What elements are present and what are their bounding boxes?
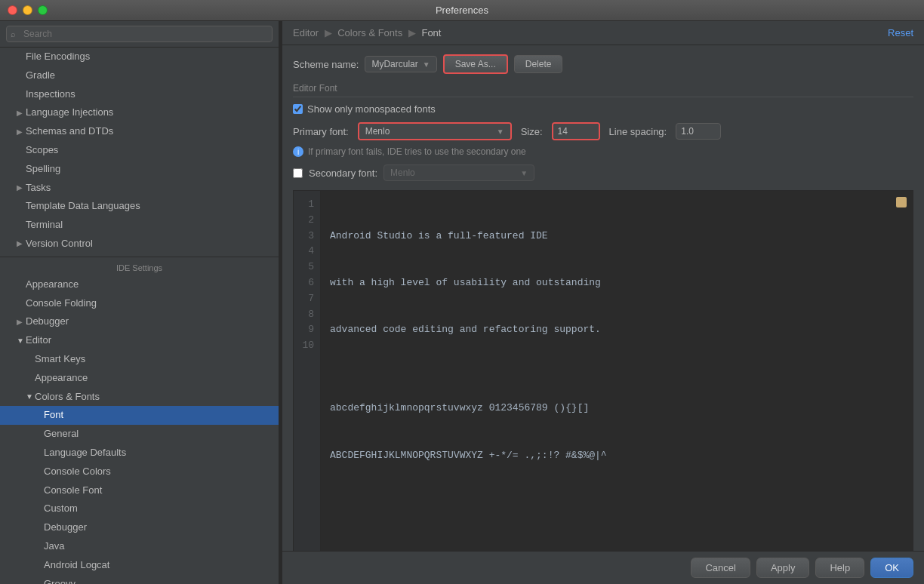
sidebar-item-console-folding[interactable]: Console Folding — [0, 294, 279, 313]
search-input[interactable] — [6, 26, 273, 42]
scheme-row: Scheme name: MyDarcular ▼ Save As... Del… — [293, 54, 913, 74]
cancel-button[interactable]: Cancel — [691, 558, 750, 578]
sidebar-item-android-logcat[interactable]: Android Logcat — [0, 556, 279, 575]
sidebar-item-label: Appearance — [26, 277, 79, 293]
monospaced-checkbox[interactable] — [293, 104, 303, 114]
window-controls[interactable] — [8, 5, 48, 15]
search-icon: ⌕ — [11, 29, 16, 38]
sidebar-item-debugger-sub[interactable]: Debugger — [0, 518, 279, 537]
chevron-down-icon: ▼ — [423, 60, 430, 69]
sidebar-item-appearance-sub[interactable]: Appearance — [0, 369, 279, 388]
delete-button[interactable]: Delete — [514, 55, 563, 73]
chevron-down-icon: ▼ — [520, 169, 528, 177]
code-line-5: abcdefghijklmnopqrstuvwxyz 0123456789 ()… — [330, 401, 904, 416]
size-input[interactable] — [553, 124, 599, 139]
help-button[interactable]: Help — [815, 558, 864, 578]
arrow-icon — [17, 297, 26, 309]
sidebar-item-label: Console Colors — [44, 464, 111, 480]
sidebar-item-language-injections[interactable]: ▶ Language Injections — [0, 103, 279, 122]
sidebar-item-general[interactable]: General — [0, 425, 279, 444]
sidebar-item-console-font[interactable]: Console Font — [0, 481, 279, 500]
arrow-icon — [26, 353, 35, 365]
arrow-right-icon: ▶ — [17, 182, 26, 194]
sidebar-item-java[interactable]: Java — [0, 537, 279, 556]
scroll-indicator — [896, 197, 907, 207]
minimize-button[interactable] — [23, 5, 32, 15]
code-lines: Android Studio is a full-featured IDE wi… — [321, 191, 913, 551]
sidebar-item-label: Groovy — [44, 576, 75, 584]
content-area: Editor ▶ Colors & Fonts ▶ Font Reset Sch… — [282, 21, 924, 584]
maximize-button[interactable] — [38, 5, 48, 15]
sidebar-item-label: Appearance — [35, 370, 88, 386]
sidebar-item-terminal[interactable]: Terminal — [0, 216, 279, 235]
tree-area: File Encodings Gradle Inspections ▶ Lang… — [0, 48, 279, 584]
arrow-icon — [35, 410, 44, 422]
sidebar-item-label: Smart Keys — [35, 352, 85, 367]
reset-link[interactable]: Reset — [888, 27, 913, 38]
code-preview: 1 2 3 4 5 6 7 8 9 10 Android Studio is a… — [293, 190, 913, 551]
breadcrumb-part-font: Font — [421, 27, 441, 38]
line-numbers: 1 2 3 4 5 6 7 8 9 10 — [294, 191, 321, 551]
line-number: 10 — [301, 338, 314, 354]
sidebar-item-label: Custom — [44, 501, 78, 517]
secondary-font-row: Secondary font: Menlo ▼ — [293, 164, 913, 181]
code-line-3: advanced code editing and refactoring su… — [330, 322, 904, 338]
save-as-button[interactable]: Save As... — [443, 54, 508, 74]
close-button[interactable] — [8, 5, 17, 15]
breadcrumb-part-colors-fonts: Colors & Fonts — [337, 27, 402, 38]
window-title: Preferences — [436, 5, 488, 16]
font-controls-row: Primary font: Menlo ▼ Size: Line spacing… — [293, 122, 913, 140]
sidebar-item-font[interactable]: Font — [0, 406, 279, 425]
line-number: 4 — [301, 244, 314, 260]
sidebar-item-label: Debugger — [44, 520, 87, 536]
sidebar-item-smart-keys[interactable]: Smart Keys — [0, 350, 279, 369]
sidebar-item-gradle[interactable]: Gradle — [0, 66, 279, 85]
sidebar-item-label: Terminal — [26, 217, 63, 233]
arrow-icon — [17, 220, 26, 232]
sidebar-item-editor[interactable]: ▼ Editor — [0, 331, 279, 350]
sidebar-item-label: Colors & Fonts — [35, 389, 100, 405]
code-line-6: ABCDEFGHIJKLMNOPQRSTUVWXYZ +-*/= .,;:!? … — [330, 448, 904, 464]
arrow-right-icon: ▶ — [17, 107, 26, 119]
arrow-right-icon: ▶ — [17, 238, 26, 250]
scheme-select[interactable]: MyDarcular ▼ — [365, 56, 436, 72]
size-label: Size: — [521, 126, 543, 137]
primary-font-select[interactable]: Menlo ▼ — [359, 124, 510, 139]
sidebar-item-version-control[interactable]: ▶ Version Control — [0, 235, 279, 254]
secondary-font-checkbox[interactable] — [293, 168, 303, 178]
sidebar-item-custom[interactable]: Custom — [0, 499, 279, 518]
sidebar-item-label: Version Control — [26, 236, 93, 252]
sidebar-item-schemas-dtds[interactable]: ▶ Schemas and DTDs — [0, 122, 279, 141]
editor-font-section-title: Editor Font — [293, 83, 913, 97]
sidebar-item-appearance[interactable]: Appearance — [0, 275, 279, 294]
arrow-icon — [35, 578, 44, 584]
line-number: 3 — [301, 229, 314, 244]
sidebar-item-inspections[interactable]: Inspections — [0, 85, 279, 104]
arrow-down-icon: ▼ — [17, 335, 26, 347]
search-wrapper: ⌕ — [6, 26, 273, 42]
arrow-icon — [35, 559, 44, 571]
sidebar-item-scopes[interactable]: Scopes — [0, 141, 279, 160]
sidebar-item-language-defaults[interactable]: Language Defaults — [0, 444, 279, 463]
line-spacing-label: Line spacing: — [609, 126, 667, 137]
apply-button[interactable]: Apply — [756, 558, 810, 578]
breadcrumb-separator: ▶ — [408, 27, 416, 38]
ok-button[interactable]: OK — [870, 558, 913, 578]
primary-font-value: Menlo — [365, 126, 390, 137]
sidebar-item-label: Spelling — [26, 161, 60, 177]
sidebar-item-spelling[interactable]: Spelling — [0, 160, 279, 179]
sidebar-item-label: Tasks — [26, 180, 51, 196]
sidebar-item-tasks[interactable]: ▶ Tasks — [0, 179, 279, 198]
sidebar-item-template-data-languages[interactable]: Template Data Languages — [0, 197, 279, 216]
line-number: 6 — [301, 275, 314, 291]
sidebar-item-groovy[interactable]: Groovy — [0, 575, 279, 584]
arrow-icon — [17, 163, 26, 175]
sidebar-item-debugger[interactable]: ▶ Debugger — [0, 312, 279, 331]
line-spacing-input[interactable] — [676, 123, 721, 140]
sidebar-item-file-encodings[interactable]: File Encodings — [0, 48, 279, 66]
sidebar-item-console-colors[interactable]: Console Colors — [0, 463, 279, 481]
sidebar-item-colors-fonts[interactable]: ▼ Colors & Fonts — [0, 388, 279, 407]
sidebar-item-label: Language Defaults — [44, 445, 126, 461]
breadcrumb-separator: ▶ — [325, 27, 332, 38]
arrow-icon — [26, 372, 35, 384]
